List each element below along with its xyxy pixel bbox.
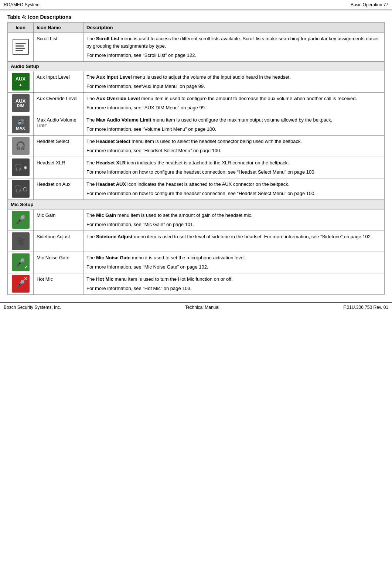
table-row: 🔊 MAX Max Audio Volume LimitThe Max Audi…: [8, 114, 385, 135]
desc-paragraph: For more information, see “Mic Gain” on …: [86, 221, 381, 228]
table-row: AUX ▲ Aux Input LevelThe Aux Input Level…: [8, 71, 385, 92]
page-footer: Bosch Security Systems, Inc. Technical M…: [0, 302, 392, 312]
desc-paragraph: The Mic Gain menu item is used to set th…: [86, 212, 381, 219]
main-content: Table 4: Icon Descriptions Icon Icon Nam…: [0, 10, 392, 298]
table-title: Table 4: Icon Descriptions: [7, 14, 385, 20]
desc-paragraph: For more information, see “Mic Noise Gat…: [86, 263, 381, 271]
desc-paragraph: For more information on how to configure…: [86, 190, 381, 197]
desc-cell: The Headset Select menu item is used to …: [83, 135, 385, 157]
table-row: 🎧◯Headset on AuxThe Headset AUX icon ind…: [8, 178, 385, 199]
desc-cell: The Aux Override Level menu item is used…: [83, 92, 385, 114]
desc-paragraph: The Headset Select menu item is used to …: [86, 138, 381, 145]
desc-cell: The Max Audio Volume Limit menu item is …: [83, 114, 385, 135]
icon-cell: AUX DIM: [8, 92, 34, 114]
table-row: 🎤✕Hot MicThe Hot Mic menu item is used t…: [8, 273, 385, 294]
desc-paragraph: The Aux Override Level menu item is used…: [86, 95, 381, 102]
desc-paragraph: For more information, see “AUX DIM Menu”…: [86, 104, 381, 112]
desc-paragraph: The Aux Input Level menu is used to adju…: [86, 74, 381, 81]
icon-name-cell: Sidetone Adjust: [34, 231, 83, 252]
icon-name-cell: Mic Gain: [34, 209, 83, 231]
desc-paragraph: The Sidetone Adjust menu item is used to…: [86, 233, 381, 240]
icon-cell: 🎤✕: [8, 273, 34, 294]
desc-paragraph: For more information, see “Scroll List” …: [86, 52, 381, 59]
icon-cell: 🎧◉: [8, 157, 34, 178]
icon-name-cell: Aux Input Level: [34, 71, 83, 92]
icon-descriptions-table: Icon Icon Name Description Scroll ListTh…: [7, 22, 385, 295]
icon-name-cell: Headset on Aux: [34, 178, 83, 199]
icon-cell: 🎥: [8, 231, 34, 252]
desc-paragraph: The Max Audio Volume Limit menu item is …: [86, 116, 381, 124]
icon-name-cell: Aux Override Level: [34, 92, 83, 114]
desc-cell: The Hot Mic menu item is used to turn th…: [83, 273, 385, 294]
footer-left: Bosch Security Systems, Inc.: [4, 305, 61, 310]
page-header: ROAMEO System Basic Operation 77: [0, 0, 392, 10]
section-header-row: Mic Setup: [8, 199, 385, 209]
icon-name-cell: Headset Select: [34, 135, 83, 157]
desc-cell: The Headset AUX icon indicates the heads…: [83, 178, 385, 199]
icon-cell: 🎧: [8, 135, 34, 157]
footer-center: Technical Manual: [185, 305, 219, 310]
table-row: AUX DIM Aux Override LevelThe Aux Overri…: [8, 92, 385, 114]
desc-paragraph: For more information, see “Hot Mic” on p…: [86, 285, 381, 292]
desc-paragraph: The Scroll List menu is used to access t…: [86, 35, 381, 50]
icon-name-cell: Mic Noise Gate: [34, 252, 83, 273]
desc-paragraph: The Mic Noise Gate menu it is used to se…: [86, 254, 381, 262]
col-icon: Icon: [8, 23, 34, 33]
desc-cell: The Mic Gain menu item is used to set th…: [83, 209, 385, 231]
header-right: Basic Operation 77: [351, 2, 388, 7]
col-desc: Description: [83, 23, 385, 33]
icon-cell: [8, 33, 34, 62]
table-row: Scroll ListThe Scroll List menu is used …: [8, 33, 385, 62]
icon-name-cell: Max Audio Volume Limit: [34, 114, 83, 135]
desc-paragraph: For more information on how to configure…: [86, 168, 381, 176]
icon-name-cell: Hot Mic: [34, 273, 83, 294]
table-row: 🎤Mic GainThe Mic Gain menu item is used …: [8, 209, 385, 231]
header-left: ROAMEO System: [4, 2, 40, 7]
table-row: 🎧Headset SelectThe Headset Select menu i…: [8, 135, 385, 157]
table-row: 🎧◉Headset XLRThe Headset XLR icon indica…: [8, 157, 385, 178]
desc-paragraph: The Hot Mic menu item is used to turn th…: [86, 276, 381, 283]
table-row: 🎤✔Mic Noise GateThe Mic Noise Gate menu …: [8, 252, 385, 273]
icon-cell: 🔊 MAX: [8, 114, 34, 135]
icon-name-cell: Headset XLR: [34, 157, 83, 178]
icon-name-cell: Scroll List: [34, 33, 83, 62]
desc-cell: The Headset XLR icon indicates the heads…: [83, 157, 385, 178]
desc-cell: The Sidetone Adjust menu item is used to…: [83, 231, 385, 252]
section-header-cell: Audio Setup: [8, 61, 385, 71]
desc-paragraph: For more information, see“Aux Input Menu…: [86, 83, 381, 90]
desc-paragraph: For more information, see “Headset Selec…: [86, 147, 381, 154]
col-name: Icon Name: [34, 23, 83, 33]
table-header-row: Icon Icon Name Description: [8, 23, 385, 33]
desc-cell: The Scroll List menu is used to access t…: [83, 33, 385, 62]
section-header-row: Audio Setup: [8, 61, 385, 71]
desc-paragraph: For more information, see “Volume Limit …: [86, 126, 381, 133]
icon-cell: 🎤✔: [8, 252, 34, 273]
icon-cell: 🎧◯: [8, 178, 34, 199]
section-header-cell: Mic Setup: [8, 199, 385, 209]
desc-cell: The Aux Input Level menu is used to adju…: [83, 71, 385, 92]
icon-cell: AUX ▲: [8, 71, 34, 92]
footer-right: F.01U.306.750 Rev. 01: [343, 305, 388, 310]
desc-paragraph: The Headset AUX icon indicates the heads…: [86, 181, 381, 188]
icon-cell: 🎤: [8, 209, 34, 231]
table-row: 🎥Sidetone AdjustThe Sidetone Adjust menu…: [8, 231, 385, 252]
desc-cell: The Mic Noise Gate menu it is used to se…: [83, 252, 385, 273]
desc-paragraph: The Headset XLR icon indicates the heads…: [86, 159, 381, 167]
